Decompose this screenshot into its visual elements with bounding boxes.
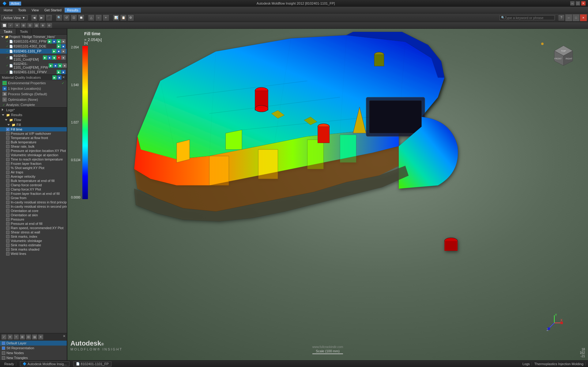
tree-action-green2-0[interactable]: ◆: [57, 39, 61, 44]
toolbar-btn-10[interactable]: +: [103, 14, 109, 21]
taskbar-item[interactable]: 🔷 Autodesk Moldflow Insig...: [20, 361, 70, 366]
close-button[interactable]: ✕: [581, 1, 586, 6]
clamp-xy-cb[interactable]: [6, 188, 9, 191]
result-air-traps[interactable]: Air traps: [0, 170, 67, 174]
layer-stl[interactable]: Stl Representation: [0, 346, 67, 350]
pressure-cb[interactable]: [6, 218, 9, 221]
toolbar-btn-13[interactable]: ⚙: [127, 14, 134, 21]
toolbar-btn-7[interactable]: 🔲: [78, 14, 85, 21]
air-traps-cb[interactable]: [6, 171, 9, 174]
result-clamp-centroid[interactable]: Clamp force centroid: [0, 183, 67, 187]
logs-status[interactable]: Logs: [521, 362, 532, 366]
menu-view[interactable]: View: [29, 8, 41, 13]
result-shot-weight[interactable]: % Shot weight:XY Plot: [0, 166, 67, 170]
tb2-btn-1[interactable]: ⬜: [1, 23, 7, 28]
bulk-temp-cb[interactable]: [6, 141, 9, 144]
tb2-btn-7[interactable]: ⊕: [40, 23, 46, 28]
layer-stl-cb[interactable]: [2, 346, 5, 350]
tb2-btn-2[interactable]: ✓: [8, 23, 14, 28]
help-button[interactable]: ?: [558, 14, 565, 21]
tree-action-gray-3[interactable]: ●: [61, 55, 66, 60]
panel-restore-button[interactable]: □: [573, 14, 579, 21]
sink-shaded-cb[interactable]: [6, 248, 9, 251]
viewport[interactable]: Fill time = 2.054[s] [s] 2.054 1.540 1.0…: [67, 29, 588, 360]
result-weld-lines[interactable]: Weld lines: [0, 252, 67, 256]
result-avg-velocity[interactable]: Average velocity: [0, 174, 67, 179]
result-frozen-end[interactable]: Frozen layer fraction at end of fill: [0, 191, 67, 196]
result-grow-from[interactable]: Grow from: [0, 196, 67, 200]
file-taskbar-item[interactable]: 📄 8102401-1101_FP: [73, 361, 111, 366]
layer-btn-7[interactable]: ✕: [38, 334, 43, 340]
tab-tools[interactable]: Tools: [16, 29, 32, 34]
fill-time-cb[interactable]: ✓: [6, 128, 9, 131]
press-inject-cb[interactable]: [6, 149, 9, 153]
tree-action-green-4[interactable]: ▶: [49, 63, 53, 68]
layer-btn-5[interactable]: ⊟: [26, 334, 31, 340]
tree-item-1[interactable]: ✓ 📄 81601101-4302_DOE ▶ ■: [0, 44, 67, 49]
ind-icon-blue[interactable]: ■: [57, 75, 62, 80]
layer-default[interactable]: Default Layer: [0, 341, 67, 346]
tree-item-5[interactable]: ✓ 📄 8102401-1101_FPWV ▶ ■: [0, 70, 67, 74]
result-sink-index[interactable]: Sink marks, index: [0, 234, 67, 239]
menu-home[interactable]: Home: [1, 8, 15, 13]
toolbar-btn-5[interactable]: ↺: [63, 14, 70, 21]
in-cavity-1-cb[interactable]: [6, 201, 9, 204]
result-press-end-fill[interactable]: Pressure at end of fill: [0, 221, 67, 226]
layer-btn-1[interactable]: ✓: [1, 334, 7, 340]
tree-action-red-3[interactable]: ✕: [57, 55, 61, 60]
pressure-vp-cb[interactable]: [6, 132, 9, 135]
result-temp-flow[interactable]: Temperature at flow front: [0, 136, 67, 140]
toolbar-btn-3[interactable]: ⬛: [46, 14, 52, 21]
menu-tools[interactable]: Tools: [16, 8, 28, 13]
toolbar-btn-6[interactable]: ⊡: [70, 14, 77, 21]
tree-action-blue-3[interactable]: ■: [47, 55, 52, 60]
menu-results[interactable]: Results: [65, 8, 81, 13]
tree-action-green-2[interactable]: ▶: [52, 49, 56, 53]
layer-triangles[interactable]: New Triangles: [0, 355, 67, 360]
tree-action-gray-4[interactable]: ●: [62, 63, 67, 68]
frozen-end-cb[interactable]: [6, 192, 9, 195]
result-time-reach[interactable]: Time to reach ejection temperature: [0, 157, 67, 161]
result-vol-shrink2[interactable]: Volumetric shrinkage: [0, 239, 67, 243]
orient-skin-cb[interactable]: [6, 214, 9, 217]
layer-default-cb[interactable]: [2, 342, 5, 345]
result-orient-core[interactable]: Orientation at core: [0, 209, 67, 213]
toolbar-btn-1[interactable]: ◀: [31, 14, 38, 21]
toolbar-btn-4[interactable]: 🔍: [56, 14, 62, 21]
in-cavity-2-cb[interactable]: [6, 205, 9, 208]
grow-from-cb[interactable]: [6, 196, 9, 200]
close-indicators[interactable]: ✕: [62, 75, 65, 80]
tree-item-0[interactable]: ✓ 📄 81601101-4302_FPW ▶ ■ ◆ ●: [0, 39, 67, 44]
tb2-btn-3[interactable]: ✕: [14, 23, 20, 28]
tb2-btn-8[interactable]: ⊖: [46, 23, 52, 28]
result-frozen-layer[interactable]: Frozen layer fraction: [0, 161, 67, 166]
result-clamp-xy[interactable]: Clamp force:XY Plot: [0, 187, 67, 191]
tree-action-gray-0[interactable]: ●: [61, 39, 66, 44]
tb2-btn-4[interactable]: ⊞: [21, 23, 27, 28]
sink-est-cb[interactable]: [6, 244, 9, 247]
tree-action-blue-0[interactable]: ■: [52, 39, 56, 44]
layer-nodes-cb[interactable]: [2, 351, 5, 355]
tree-action-blue-2[interactable]: ■: [57, 49, 61, 53]
shear-stress-cb[interactable]: [6, 231, 9, 234]
shear-rate-cb[interactable]: [6, 145, 9, 148]
panel-close-button[interactable]: ✕: [580, 14, 587, 21]
tree-action-blue-4[interactable]: ■: [53, 63, 58, 68]
layer-btn-2[interactable]: ✕: [7, 334, 13, 340]
result-sink-shaded[interactable]: Sink marks shaded: [0, 247, 67, 252]
flow-header[interactable]: 📁 Flow: [0, 117, 67, 122]
avg-velocity-cb[interactable]: [6, 175, 9, 178]
toolbar-btn-12[interactable]: 📋: [120, 14, 127, 21]
project-root[interactable]: 📁 Project: 'Hedge Trimmer_Hero': [0, 35, 67, 39]
tree-item-3[interactable]: ✓ 📄 8102401-1101_Cool[FEM] ▶ ■ ◆ ✕ ●: [0, 54, 67, 62]
result-bulk-temp[interactable]: Bulk temperature: [0, 140, 67, 144]
tab-tasks[interactable]: Tasks: [0, 29, 16, 34]
nav-cube[interactable]: TOP RIGHT FRONT: [551, 44, 576, 69]
tree-action-green-3[interactable]: ▶: [43, 55, 47, 60]
result-press-inject[interactable]: Pressure at injection location:XY Plot: [0, 149, 67, 153]
toolbar-btn-9[interactable]: ○: [95, 14, 102, 21]
tb2-btn-5[interactable]: ⊟: [27, 23, 33, 28]
tree-action-green-1[interactable]: ▶: [57, 44, 61, 48]
tb2-btn-6[interactable]: ▤: [33, 23, 40, 28]
weld-lines-cb[interactable]: [6, 252, 9, 255]
